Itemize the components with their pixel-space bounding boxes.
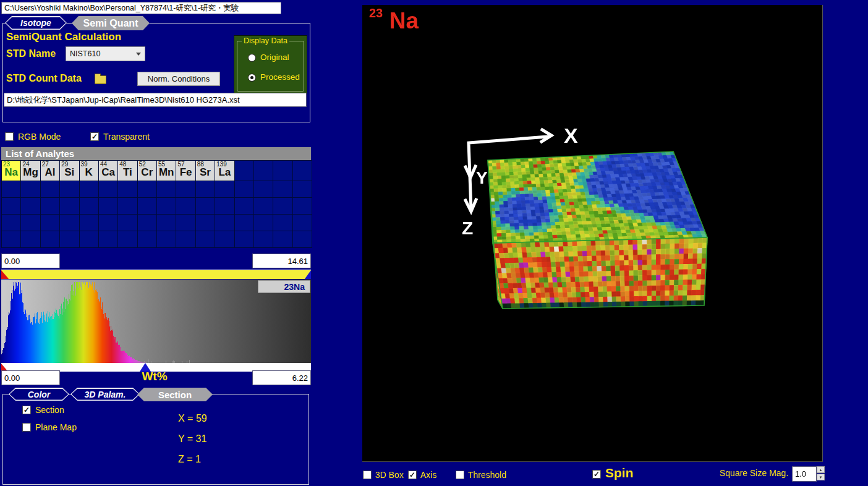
analyte-empty-cell[interactable] (254, 161, 273, 181)
std-file-path-input[interactable]: D:\地殻化学\STJapan\Jup-iCap\RealTime3D\Nist… (4, 93, 307, 107)
radio-original[interactable] (248, 54, 256, 62)
analyte-empty-cell[interactable] (235, 161, 253, 181)
radio-processed[interactable] (248, 74, 256, 82)
std-name-dropdown[interactable]: NIST610 (66, 46, 145, 61)
analyte-cell-Fe[interactable]: 57Fe (176, 161, 195, 181)
analyte-empty-cell[interactable] (118, 231, 137, 247)
analyte-empty-cell[interactable] (138, 231, 156, 247)
analyte-empty-cell[interactable] (215, 231, 234, 247)
analyte-empty-cell[interactable] (60, 181, 79, 197)
analyte-empty-cell[interactable] (196, 231, 215, 247)
analyte-empty-cell[interactable] (176, 181, 195, 197)
isotope-select-button[interactable]: 23Na (258, 280, 310, 293)
analyte-empty-cell[interactable] (80, 198, 98, 214)
analyte-empty-cell[interactable] (138, 198, 156, 214)
analyte-empty-cell[interactable] (293, 161, 312, 181)
analyte-empty-cell[interactable] (60, 215, 79, 231)
analyte-empty-cell[interactable] (196, 181, 215, 197)
analyte-empty-cell[interactable] (235, 198, 253, 214)
analyte-empty-cell[interactable] (273, 231, 292, 247)
rgb-mode-checkbox[interactable] (5, 132, 14, 141)
analyte-cell-Mg[interactable]: 24Mg (21, 161, 40, 181)
analyte-empty-cell[interactable] (41, 181, 59, 197)
count-max-input[interactable]: 14.61 (252, 254, 311, 268)
analyte-cell-K[interactable]: 39K (80, 161, 98, 181)
analyte-empty-cell[interactable] (80, 231, 98, 247)
wt-max-input[interactable]: 6.22 (252, 370, 311, 385)
analyte-empty-cell[interactable] (41, 231, 59, 247)
color-range-slider[interactable] (1, 270, 311, 279)
section-checkbox[interactable]: ✓ (22, 406, 31, 414)
analyte-empty-cell[interactable] (138, 215, 156, 231)
tab-section[interactable]: Section (137, 388, 213, 401)
analyte-empty-cell[interactable] (293, 181, 312, 197)
analyte-empty-cell[interactable] (235, 215, 253, 231)
analyte-empty-cell[interactable] (41, 198, 59, 214)
analyte-empty-cell[interactable] (196, 215, 215, 231)
analyte-empty-cell[interactable] (21, 215, 40, 231)
spin-checkbox[interactable]: ✓ (592, 470, 601, 479)
analyte-empty-cell[interactable] (2, 215, 20, 231)
analyte-empty-cell[interactable] (118, 215, 137, 231)
analyte-empty-cell[interactable] (254, 181, 273, 197)
analyte-empty-cell[interactable] (235, 231, 253, 247)
analyte-cell-Mn[interactable]: 55Mn (157, 161, 176, 181)
analyte-empty-cell[interactable] (293, 198, 312, 214)
analyte-empty-cell[interactable] (21, 198, 40, 214)
count-min-input[interactable]: 0.00 (1, 254, 60, 268)
analyte-empty-cell[interactable] (80, 181, 98, 197)
analyte-empty-cell[interactable] (99, 215, 117, 231)
analyte-empty-cell[interactable] (215, 215, 234, 231)
analyte-empty-cell[interactable] (157, 215, 176, 231)
spinner-down-icon[interactable]: ▼ (817, 474, 825, 480)
spinner-up-icon[interactable]: ▲ (817, 466, 825, 473)
analyte-empty-cell[interactable] (293, 215, 312, 231)
analyte-empty-cell[interactable] (99, 198, 117, 214)
analyte-cell-Ti[interactable]: 48Ti (118, 161, 137, 181)
analyte-empty-cell[interactable] (157, 231, 176, 247)
analyte-empty-cell[interactable] (21, 181, 40, 197)
analyte-empty-cell[interactable] (2, 181, 20, 197)
norm-conditions-button[interactable]: Norm. Conditions (137, 72, 220, 86)
threshold-checkbox[interactable] (456, 471, 464, 479)
analyte-empty-cell[interactable] (196, 198, 215, 214)
plane-map-checkbox[interactable] (22, 423, 31, 432)
transparent-checkbox[interactable]: ✓ (90, 132, 99, 141)
open-folder-icon[interactable] (95, 75, 106, 84)
analyte-empty-cell[interactable] (41, 215, 59, 231)
analyte-empty-cell[interactable] (80, 215, 98, 231)
range-min-handle-icon[interactable] (1, 270, 9, 279)
analyte-empty-cell[interactable] (273, 198, 292, 214)
analyte-empty-cell[interactable] (118, 181, 137, 197)
analyte-empty-cell[interactable] (157, 198, 176, 214)
analyte-empty-cell[interactable] (118, 198, 137, 214)
analyte-empty-cell[interactable] (254, 215, 273, 231)
analyte-cell-Ca[interactable]: 44Ca (99, 161, 117, 181)
working-folder-path-input[interactable]: C:\Users\Yoshiki Makino\Box\Personal_Y87… (1, 2, 281, 14)
analyte-empty-cell[interactable] (157, 181, 176, 197)
analyte-empty-cell[interactable] (99, 181, 117, 197)
square-size-spinner[interactable]: ▲ ▼ (817, 466, 825, 480)
analyte-cell-Na[interactable]: 23Na (2, 161, 20, 181)
analyte-empty-cell[interactable] (99, 231, 117, 247)
tab-3d-palam[interactable]: 3D Palam. (70, 388, 140, 401)
analyte-empty-cell[interactable] (293, 231, 312, 247)
tab-isotope[interactable]: Isotope (5, 16, 67, 30)
range-max-handle-icon[interactable] (305, 270, 311, 279)
analyte-empty-cell[interactable] (60, 231, 79, 247)
analyte-empty-cell[interactable] (2, 198, 20, 214)
analyte-empty-cell[interactable] (21, 231, 40, 247)
analyte-empty-cell[interactable] (254, 231, 273, 247)
analyte-cell-Si[interactable]: 29Si (60, 161, 79, 181)
analyte-empty-cell[interactable] (273, 215, 292, 231)
tab-semi-quant[interactable]: Semi Quant (72, 16, 150, 30)
wt-min-input[interactable]: 0.00 (1, 370, 60, 385)
analyte-empty-cell[interactable] (254, 198, 273, 214)
analyte-empty-cell[interactable] (273, 181, 292, 197)
analyte-empty-cell[interactable] (60, 198, 79, 214)
3d-box-checkbox[interactable] (363, 471, 372, 479)
analyte-empty-cell[interactable] (176, 215, 195, 231)
tab-color[interactable]: Color (9, 388, 69, 401)
analyte-cell-Al[interactable]: 27Al (41, 161, 59, 181)
analyte-empty-cell[interactable] (235, 181, 253, 197)
